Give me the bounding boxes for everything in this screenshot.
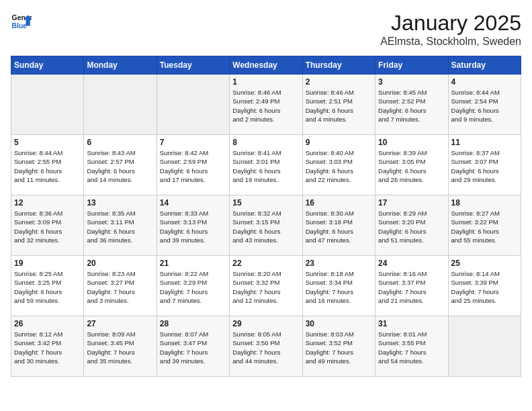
calendar-cell: 18Sunrise: 8:27 AMSunset: 3:22 PMDayligh… — [448, 195, 521, 256]
calendar-cell: 22Sunrise: 8:20 AMSunset: 3:32 PMDayligh… — [230, 256, 302, 316]
day-number: 16 — [306, 198, 372, 208]
calendar-cell — [448, 316, 521, 377]
svg-text:Blue: Blue — [12, 22, 28, 30]
day-info: Sunrise: 8:30 AMSunset: 3:18 PMDaylight:… — [306, 209, 372, 244]
day-number: 13 — [87, 198, 153, 208]
day-number: 9 — [306, 138, 372, 147]
title-block: January 2025 AElmsta, Stockholm, Sweden — [380, 11, 521, 48]
calendar-cell: 13Sunrise: 8:35 AMSunset: 3:11 PMDayligh… — [84, 195, 157, 256]
col-header-wednesday: Wednesday — [230, 56, 302, 75]
calendar-cell: 23Sunrise: 8:18 AMSunset: 3:34 PMDayligh… — [302, 256, 375, 316]
day-number: 27 — [87, 319, 153, 328]
calendar-table: SundayMondayTuesdayWednesdayThursdayFrid… — [11, 56, 521, 377]
page-header: General Blue January 2025 AElmsta, Stock… — [11, 11, 521, 48]
col-header-sunday: Sunday — [11, 56, 84, 75]
day-number: 10 — [378, 138, 445, 147]
day-number: 7 — [160, 138, 226, 147]
calendar-cell: 5Sunrise: 8:44 AMSunset: 2:55 PMDaylight… — [11, 135, 84, 195]
day-info: Sunrise: 8:05 AMSunset: 3:50 PMDaylight:… — [232, 330, 299, 365]
day-number: 14 — [160, 198, 226, 208]
day-info: Sunrise: 8:33 AMSunset: 3:13 PMDaylight:… — [160, 209, 226, 244]
day-number: 26 — [14, 319, 81, 328]
day-info: Sunrise: 8:29 AMSunset: 3:20 PMDaylight:… — [378, 209, 445, 244]
calendar-cell — [84, 75, 157, 135]
day-number: 12 — [14, 198, 81, 208]
day-number: 30 — [306, 319, 372, 328]
day-info: Sunrise: 8:25 AMSunset: 3:25 PMDaylight:… — [14, 269, 81, 305]
calendar-cell — [11, 75, 84, 135]
day-number: 11 — [451, 138, 518, 147]
col-header-thursday: Thursday — [302, 56, 375, 75]
logo: General Blue — [11, 11, 32, 32]
day-info: Sunrise: 8:41 AMSunset: 3:01 PMDaylight:… — [232, 148, 299, 184]
calendar-cell: 21Sunrise: 8:22 AMSunset: 3:29 PMDayligh… — [157, 256, 229, 316]
day-number: 22 — [232, 259, 299, 268]
calendar-cell: 11Sunrise: 8:37 AMSunset: 3:07 PMDayligh… — [448, 135, 521, 195]
calendar-cell: 10Sunrise: 8:39 AMSunset: 3:05 PMDayligh… — [375, 135, 448, 195]
day-info: Sunrise: 8:22 AMSunset: 3:29 PMDaylight:… — [160, 269, 226, 305]
day-number: 8 — [232, 138, 299, 147]
day-info: Sunrise: 8:42 AMSunset: 2:59 PMDaylight:… — [160, 148, 226, 184]
day-number: 4 — [451, 77, 518, 87]
logo-icon: General Blue — [11, 11, 32, 32]
day-number: 23 — [306, 259, 372, 268]
day-info: Sunrise: 8:43 AMSunset: 2:57 PMDaylight:… — [87, 148, 153, 184]
day-info: Sunrise: 8:20 AMSunset: 3:32 PMDaylight:… — [232, 269, 299, 305]
calendar-cell: 26Sunrise: 8:12 AMSunset: 3:42 PMDayligh… — [11, 316, 84, 377]
calendar-cell: 31Sunrise: 8:01 AMSunset: 3:55 PMDayligh… — [375, 316, 448, 377]
calendar-cell: 25Sunrise: 8:14 AMSunset: 3:39 PMDayligh… — [448, 256, 521, 316]
col-header-friday: Friday — [375, 56, 448, 75]
calendar-cell: 24Sunrise: 8:16 AMSunset: 3:37 PMDayligh… — [375, 256, 448, 316]
day-info: Sunrise: 8:23 AMSunset: 3:27 PMDaylight:… — [87, 269, 153, 305]
day-info: Sunrise: 8:03 AMSunset: 3:52 PMDaylight:… — [306, 330, 372, 365]
day-number: 6 — [87, 138, 153, 147]
calendar-cell: 15Sunrise: 8:32 AMSunset: 3:15 PMDayligh… — [230, 195, 302, 256]
calendar-cell: 2Sunrise: 8:46 AMSunset: 2:51 PMDaylight… — [302, 75, 375, 135]
col-header-tuesday: Tuesday — [157, 56, 229, 75]
calendar-cell: 1Sunrise: 8:46 AMSunset: 2:49 PMDaylight… — [230, 75, 302, 135]
day-number: 1 — [232, 77, 299, 87]
day-info: Sunrise: 8:39 AMSunset: 3:05 PMDaylight:… — [378, 148, 445, 184]
day-number: 29 — [232, 319, 299, 328]
day-info: Sunrise: 8:32 AMSunset: 3:15 PMDaylight:… — [232, 209, 299, 244]
calendar-cell: 4Sunrise: 8:44 AMSunset: 2:54 PMDaylight… — [448, 75, 521, 135]
day-number: 2 — [306, 77, 372, 87]
calendar-cell: 29Sunrise: 8:05 AMSunset: 3:50 PMDayligh… — [230, 316, 302, 377]
col-header-saturday: Saturday — [448, 56, 521, 75]
calendar-cell: 19Sunrise: 8:25 AMSunset: 3:25 PMDayligh… — [11, 256, 84, 316]
calendar-cell: 7Sunrise: 8:42 AMSunset: 2:59 PMDaylight… — [157, 135, 229, 195]
day-info: Sunrise: 8:16 AMSunset: 3:37 PMDaylight:… — [378, 269, 445, 305]
day-info: Sunrise: 8:14 AMSunset: 3:39 PMDaylight:… — [451, 269, 518, 305]
day-number: 19 — [14, 259, 81, 268]
day-number: 25 — [451, 259, 518, 268]
day-number: 17 — [378, 198, 445, 208]
day-info: Sunrise: 8:44 AMSunset: 2:55 PMDaylight:… — [14, 148, 81, 184]
day-info: Sunrise: 8:35 AMSunset: 3:11 PMDaylight:… — [87, 209, 153, 244]
day-info: Sunrise: 8:36 AMSunset: 3:09 PMDaylight:… — [14, 209, 81, 244]
day-info: Sunrise: 8:46 AMSunset: 2:51 PMDaylight:… — [306, 88, 372, 124]
day-number: 24 — [378, 259, 445, 268]
calendar-cell: 16Sunrise: 8:30 AMSunset: 3:18 PMDayligh… — [302, 195, 375, 256]
calendar-cell: 17Sunrise: 8:29 AMSunset: 3:20 PMDayligh… — [375, 195, 448, 256]
day-info: Sunrise: 8:40 AMSunset: 3:03 PMDaylight:… — [306, 148, 372, 184]
day-number: 18 — [451, 198, 518, 208]
day-info: Sunrise: 8:09 AMSunset: 3:45 PMDaylight:… — [87, 330, 153, 365]
calendar-cell: 3Sunrise: 8:45 AMSunset: 2:52 PMDaylight… — [375, 75, 448, 135]
calendar-subtitle: AElmsta, Stockholm, Sweden — [380, 36, 521, 48]
day-info: Sunrise: 8:18 AMSunset: 3:34 PMDaylight:… — [306, 269, 372, 305]
day-number: 5 — [14, 138, 81, 147]
day-info: Sunrise: 8:37 AMSunset: 3:07 PMDaylight:… — [451, 148, 518, 184]
calendar-cell: 9Sunrise: 8:40 AMSunset: 3:03 PMDaylight… — [302, 135, 375, 195]
calendar-cell: 6Sunrise: 8:43 AMSunset: 2:57 PMDaylight… — [84, 135, 157, 195]
day-number: 3 — [378, 77, 445, 87]
day-info: Sunrise: 8:27 AMSunset: 3:22 PMDaylight:… — [451, 209, 518, 244]
day-number: 20 — [87, 259, 153, 268]
day-number: 31 — [378, 319, 445, 328]
day-number: 21 — [160, 259, 226, 268]
day-number: 15 — [232, 198, 299, 208]
calendar-cell: 20Sunrise: 8:23 AMSunset: 3:27 PMDayligh… — [84, 256, 157, 316]
day-info: Sunrise: 8:01 AMSunset: 3:55 PMDaylight:… — [378, 330, 445, 365]
calendar-cell: 8Sunrise: 8:41 AMSunset: 3:01 PMDaylight… — [230, 135, 302, 195]
day-info: Sunrise: 8:44 AMSunset: 2:54 PMDaylight:… — [451, 88, 518, 124]
calendar-cell: 30Sunrise: 8:03 AMSunset: 3:52 PMDayligh… — [302, 316, 375, 377]
